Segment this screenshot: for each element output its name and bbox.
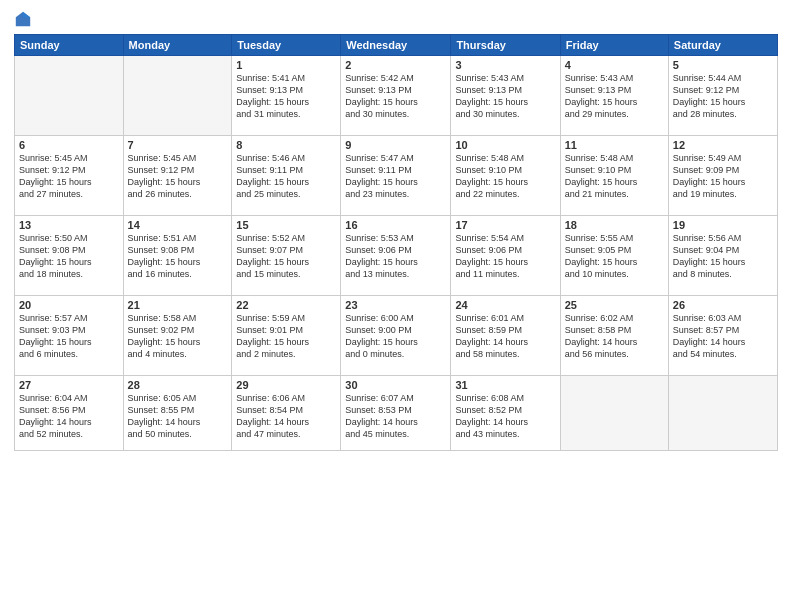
day-number: 15: [236, 219, 336, 231]
day-info: Sunrise: 5:41 AM Sunset: 9:13 PM Dayligh…: [236, 72, 336, 121]
day-cell: 1Sunrise: 5:41 AM Sunset: 9:13 PM Daylig…: [232, 56, 341, 136]
day-cell: 11Sunrise: 5:48 AM Sunset: 9:10 PM Dayli…: [560, 136, 668, 216]
header-row: SundayMondayTuesdayWednesdayThursdayFrid…: [15, 35, 778, 56]
day-cell: 28Sunrise: 6:05 AM Sunset: 8:55 PM Dayli…: [123, 376, 232, 451]
day-info: Sunrise: 5:55 AM Sunset: 9:05 PM Dayligh…: [565, 232, 664, 281]
day-cell: 19Sunrise: 5:56 AM Sunset: 9:04 PM Dayli…: [668, 216, 777, 296]
day-number: 26: [673, 299, 773, 311]
day-info: Sunrise: 6:01 AM Sunset: 8:59 PM Dayligh…: [455, 312, 555, 361]
day-cell: 22Sunrise: 5:59 AM Sunset: 9:01 PM Dayli…: [232, 296, 341, 376]
week-row-2: 6Sunrise: 5:45 AM Sunset: 9:12 PM Daylig…: [15, 136, 778, 216]
calendar: SundayMondayTuesdayWednesdayThursdayFrid…: [14, 34, 778, 451]
day-info: Sunrise: 5:45 AM Sunset: 9:12 PM Dayligh…: [128, 152, 228, 201]
day-cell: [668, 376, 777, 451]
header-cell-friday: Friday: [560, 35, 668, 56]
header-cell-monday: Monday: [123, 35, 232, 56]
day-cell: 20Sunrise: 5:57 AM Sunset: 9:03 PM Dayli…: [15, 296, 124, 376]
day-number: 20: [19, 299, 119, 311]
day-cell: [560, 376, 668, 451]
day-info: Sunrise: 5:43 AM Sunset: 9:13 PM Dayligh…: [455, 72, 555, 121]
day-number: 18: [565, 219, 664, 231]
week-row-3: 13Sunrise: 5:50 AM Sunset: 9:08 PM Dayli…: [15, 216, 778, 296]
day-cell: 31Sunrise: 6:08 AM Sunset: 8:52 PM Dayli…: [451, 376, 560, 451]
day-number: 12: [673, 139, 773, 151]
day-info: Sunrise: 5:48 AM Sunset: 9:10 PM Dayligh…: [455, 152, 555, 201]
day-info: Sunrise: 6:08 AM Sunset: 8:52 PM Dayligh…: [455, 392, 555, 441]
day-number: 10: [455, 139, 555, 151]
day-cell: [123, 56, 232, 136]
day-number: 8: [236, 139, 336, 151]
day-cell: 16Sunrise: 5:53 AM Sunset: 9:06 PM Dayli…: [341, 216, 451, 296]
day-cell: [15, 56, 124, 136]
day-number: 22: [236, 299, 336, 311]
day-info: Sunrise: 5:47 AM Sunset: 9:11 PM Dayligh…: [345, 152, 446, 201]
day-number: 7: [128, 139, 228, 151]
page-container: SundayMondayTuesdayWednesdayThursdayFrid…: [0, 0, 792, 612]
day-info: Sunrise: 5:58 AM Sunset: 9:02 PM Dayligh…: [128, 312, 228, 361]
day-cell: 6Sunrise: 5:45 AM Sunset: 9:12 PM Daylig…: [15, 136, 124, 216]
day-info: Sunrise: 5:48 AM Sunset: 9:10 PM Dayligh…: [565, 152, 664, 201]
day-number: 5: [673, 59, 773, 71]
day-number: 9: [345, 139, 446, 151]
day-cell: 14Sunrise: 5:51 AM Sunset: 9:08 PM Dayli…: [123, 216, 232, 296]
day-info: Sunrise: 6:03 AM Sunset: 8:57 PM Dayligh…: [673, 312, 773, 361]
day-info: Sunrise: 5:42 AM Sunset: 9:13 PM Dayligh…: [345, 72, 446, 121]
day-cell: 17Sunrise: 5:54 AM Sunset: 9:06 PM Dayli…: [451, 216, 560, 296]
day-number: 13: [19, 219, 119, 231]
day-info: Sunrise: 6:06 AM Sunset: 8:54 PM Dayligh…: [236, 392, 336, 441]
day-cell: 29Sunrise: 6:06 AM Sunset: 8:54 PM Dayli…: [232, 376, 341, 451]
day-cell: 12Sunrise: 5:49 AM Sunset: 9:09 PM Dayli…: [668, 136, 777, 216]
day-number: 21: [128, 299, 228, 311]
day-number: 30: [345, 379, 446, 391]
svg-marker-1: [23, 12, 30, 17]
day-info: Sunrise: 6:07 AM Sunset: 8:53 PM Dayligh…: [345, 392, 446, 441]
day-number: 2: [345, 59, 446, 71]
logo: [14, 10, 36, 28]
day-cell: 8Sunrise: 5:46 AM Sunset: 9:11 PM Daylig…: [232, 136, 341, 216]
day-number: 28: [128, 379, 228, 391]
day-cell: 30Sunrise: 6:07 AM Sunset: 8:53 PM Dayli…: [341, 376, 451, 451]
day-number: 6: [19, 139, 119, 151]
day-cell: 23Sunrise: 6:00 AM Sunset: 9:00 PM Dayli…: [341, 296, 451, 376]
day-cell: 27Sunrise: 6:04 AM Sunset: 8:56 PM Dayli…: [15, 376, 124, 451]
day-cell: 24Sunrise: 6:01 AM Sunset: 8:59 PM Dayli…: [451, 296, 560, 376]
day-info: Sunrise: 6:02 AM Sunset: 8:58 PM Dayligh…: [565, 312, 664, 361]
header-cell-wednesday: Wednesday: [341, 35, 451, 56]
day-cell: 10Sunrise: 5:48 AM Sunset: 9:10 PM Dayli…: [451, 136, 560, 216]
day-info: Sunrise: 5:57 AM Sunset: 9:03 PM Dayligh…: [19, 312, 119, 361]
day-number: 14: [128, 219, 228, 231]
page-header: [14, 10, 778, 28]
day-info: Sunrise: 5:50 AM Sunset: 9:08 PM Dayligh…: [19, 232, 119, 281]
week-row-4: 20Sunrise: 5:57 AM Sunset: 9:03 PM Dayli…: [15, 296, 778, 376]
day-cell: 25Sunrise: 6:02 AM Sunset: 8:58 PM Dayli…: [560, 296, 668, 376]
day-number: 23: [345, 299, 446, 311]
day-number: 29: [236, 379, 336, 391]
day-cell: 13Sunrise: 5:50 AM Sunset: 9:08 PM Dayli…: [15, 216, 124, 296]
week-row-5: 27Sunrise: 6:04 AM Sunset: 8:56 PM Dayli…: [15, 376, 778, 451]
day-number: 19: [673, 219, 773, 231]
header-cell-tuesday: Tuesday: [232, 35, 341, 56]
day-cell: 4Sunrise: 5:43 AM Sunset: 9:13 PM Daylig…: [560, 56, 668, 136]
day-info: Sunrise: 6:05 AM Sunset: 8:55 PM Dayligh…: [128, 392, 228, 441]
day-number: 31: [455, 379, 555, 391]
day-info: Sunrise: 5:45 AM Sunset: 9:12 PM Dayligh…: [19, 152, 119, 201]
day-number: 16: [345, 219, 446, 231]
day-info: Sunrise: 5:56 AM Sunset: 9:04 PM Dayligh…: [673, 232, 773, 281]
day-info: Sunrise: 6:04 AM Sunset: 8:56 PM Dayligh…: [19, 392, 119, 441]
day-info: Sunrise: 5:54 AM Sunset: 9:06 PM Dayligh…: [455, 232, 555, 281]
day-number: 1: [236, 59, 336, 71]
header-cell-sunday: Sunday: [15, 35, 124, 56]
day-cell: 2Sunrise: 5:42 AM Sunset: 9:13 PM Daylig…: [341, 56, 451, 136]
day-info: Sunrise: 5:59 AM Sunset: 9:01 PM Dayligh…: [236, 312, 336, 361]
day-number: 25: [565, 299, 664, 311]
day-cell: 15Sunrise: 5:52 AM Sunset: 9:07 PM Dayli…: [232, 216, 341, 296]
day-cell: 21Sunrise: 5:58 AM Sunset: 9:02 PM Dayli…: [123, 296, 232, 376]
week-row-1: 1Sunrise: 5:41 AM Sunset: 9:13 PM Daylig…: [15, 56, 778, 136]
day-info: Sunrise: 6:00 AM Sunset: 9:00 PM Dayligh…: [345, 312, 446, 361]
day-cell: 9Sunrise: 5:47 AM Sunset: 9:11 PM Daylig…: [341, 136, 451, 216]
day-info: Sunrise: 5:53 AM Sunset: 9:06 PM Dayligh…: [345, 232, 446, 281]
day-info: Sunrise: 5:43 AM Sunset: 9:13 PM Dayligh…: [565, 72, 664, 121]
day-cell: 5Sunrise: 5:44 AM Sunset: 9:12 PM Daylig…: [668, 56, 777, 136]
header-cell-thursday: Thursday: [451, 35, 560, 56]
day-number: 11: [565, 139, 664, 151]
